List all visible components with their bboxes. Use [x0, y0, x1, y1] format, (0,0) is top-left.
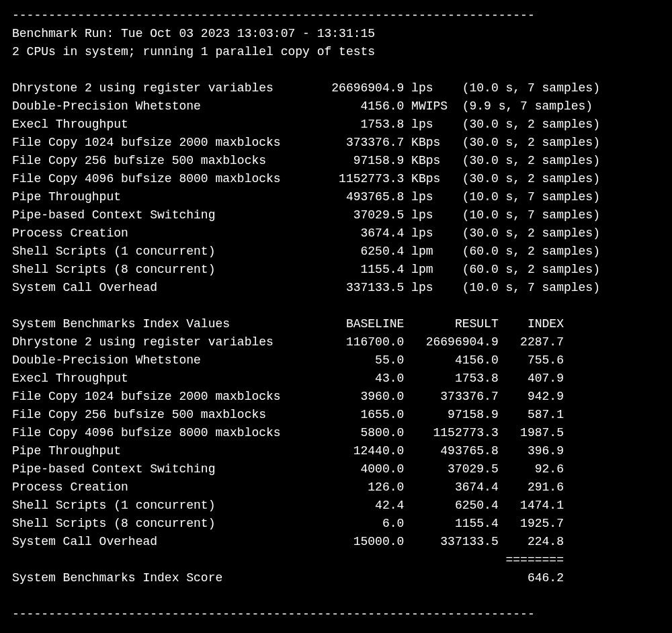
- terminal-output: ----------------------------------------…: [0, 0, 672, 630]
